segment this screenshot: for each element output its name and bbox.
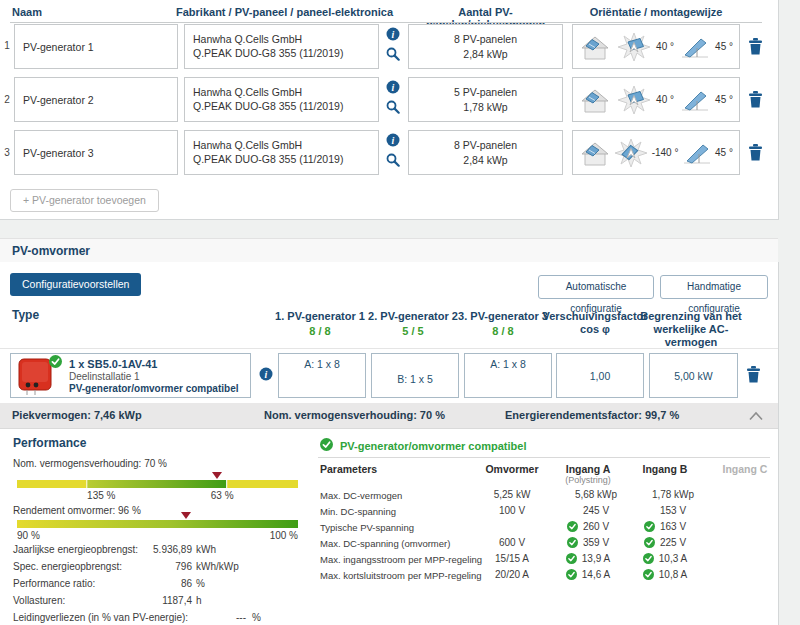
collapse-chevron-icon[interactable]: [748, 411, 764, 421]
stat-value: 5.936,89: [118, 544, 192, 555]
inverter-model: 1 x SB5.0-1AV-41: [69, 358, 239, 371]
col-header-fabrikant: Fabrikant / PV-paneel / paneel-elektroni…: [176, 6, 393, 18]
azimuth-value: -140 °: [652, 147, 679, 158]
panel-model: Q.PEAK DUO-G8 355 (11/2019): [193, 152, 378, 166]
search-icon[interactable]: [386, 153, 400, 167]
gen-column-ratio: 8 / 8: [453, 325, 553, 338]
tilt-panel-icon: [680, 88, 710, 112]
generator-name-field[interactable]: PV-generator 2: [14, 77, 178, 122]
string-assignment-box[interactable]: A: 1 x 8: [278, 353, 366, 398]
roof-house-icon: [579, 139, 611, 167]
search-icon[interactable]: [386, 100, 400, 114]
pv-inverter-section-header[interactable]: PV-omvormer: [0, 238, 778, 263]
type-column-label: Type: [12, 308, 39, 322]
ingang-a-value: 14,6 A: [582, 569, 610, 580]
panel-select-field[interactable]: Hanwha Q.Cells GmbH Q.PEAK DUO-G8 355 (1…: [184, 130, 379, 175]
cos-phi-box[interactable]: 1,00: [556, 353, 644, 398]
panel-select-field[interactable]: Hanwha Q.Cells GmbH Q.PEAK DUO-G8 355 (1…: [184, 24, 379, 69]
row-index: 3: [2, 147, 12, 158]
add-generator-button[interactable]: + PV-generator toevoegen: [10, 189, 159, 212]
tilt-value: 45 °: [715, 94, 733, 105]
bar-tick: 63 %: [211, 490, 234, 501]
compass-orientation-icon: [614, 138, 648, 168]
panel-peak-power: 1,78 kWp: [409, 100, 562, 115]
configuration-proposals-button[interactable]: Configuratievoorstellen: [10, 273, 141, 296]
ac-limit-box[interactable]: 5,00 kW: [649, 353, 738, 398]
ok-check-icon: [567, 521, 578, 532]
delete-generator-icon[interactable]: [748, 38, 763, 55]
manual-configuration-button[interactable]: Handmatige configuratie: [660, 275, 768, 299]
ok-check-icon: [566, 569, 577, 580]
param-label: Max. ingangsstroom per MPP-regeling: [320, 554, 482, 565]
compat-divider: [318, 457, 770, 458]
delete-generator-icon[interactable]: [748, 144, 763, 161]
panel-manufacturer: Hanwha Q.Cells GmbH: [193, 85, 378, 99]
inverter-select-box[interactable]: 1 x SB5.0-1AV-41 Deelinstallatie 1 PV-ge…: [10, 353, 251, 398]
tilt-value: 45 °: [715, 41, 733, 52]
stat-value: 1187,4: [118, 595, 192, 606]
ingang-b-value: 10,3 A: [659, 553, 687, 564]
ok-check-icon: [643, 569, 654, 580]
sunny-design-page: Naam Fabrikant / PV-paneel / paneel-elek…: [0, 0, 800, 625]
automatic-configuration-button[interactable]: Automatische configuratie: [538, 275, 654, 299]
ingang-a-value: 5,68 kWp: [575, 489, 617, 500]
string-assignment-box[interactable]: B: 1 x 5: [371, 353, 459, 398]
panel-peak-power: 2,84 kWp: [409, 47, 562, 62]
info-icon[interactable]: i: [386, 133, 400, 147]
gen-column-ratio: 5 / 5: [363, 325, 463, 338]
gen-column-title: 3. PV-generator 3: [453, 310, 553, 323]
stat-unit: %: [196, 578, 205, 589]
panel-count-field[interactable]: 8 PV-panelen 2,84 kWp: [408, 130, 563, 175]
svg-text:i: i: [392, 82, 395, 93]
stat-row: Vollasturen: 1187,4 h: [0, 595, 310, 613]
stat-value: 86: [118, 578, 192, 589]
row-index: 1: [2, 40, 12, 51]
info-icon[interactable]: i: [259, 367, 273, 381]
panel-count: 8 PV-panelen: [409, 32, 562, 47]
compat-header-ingang-c: Ingang C: [700, 463, 790, 475]
panel-select-field[interactable]: Hanwha Q.Cells GmbH Q.PEAK DUO-G8 355 (1…: [184, 77, 379, 122]
orientation-field[interactable]: 40 ° 45 °: [572, 77, 740, 122]
compatible-check-icon: [320, 438, 333, 451]
gen-column-title: 1. PV-generator 1: [270, 310, 370, 323]
panel-model: Q.PEAK DUO-G8 355 (11/2019): [193, 46, 378, 60]
inverter-ok-check-icon: [49, 355, 62, 368]
inverter-efficiency-bar: 90 % 100 %: [17, 520, 298, 528]
svg-text:i: i: [392, 29, 395, 40]
stat-label: Performance ratio:: [13, 578, 95, 589]
tilt-panel-icon: [682, 141, 712, 165]
search-icon[interactable]: [386, 47, 400, 61]
gen-column-ratio: 8 / 8: [270, 325, 370, 338]
panel-manufacturer: Hanwha Q.Cells GmbH: [193, 138, 378, 152]
gen-column-header: 1. PV-generator 1 8 / 8: [270, 310, 370, 338]
orientation-field[interactable]: -140 ° 45 °: [572, 130, 740, 175]
bar-tick: 100 %: [270, 530, 298, 541]
panel-count-field[interactable]: 5 PV-panelen 1,78 kWp: [408, 77, 563, 122]
param-label: Max. DC-spanning (omvormer): [320, 538, 450, 549]
orientation-field[interactable]: 40 ° 45 °: [572, 24, 740, 69]
bar-marker: [181, 512, 191, 519]
stat-unit: kWh: [196, 544, 216, 555]
panel-count: 8 PV-panelen: [409, 138, 562, 153]
compatibility-title: PV-generator/omvormer compatibel: [340, 440, 526, 452]
compass-orientation-icon: [617, 85, 651, 115]
delete-generator-icon[interactable]: [748, 91, 763, 108]
info-icon[interactable]: i: [386, 27, 400, 41]
string-assignment-value: A: 1 x 8: [465, 358, 551, 370]
info-icon[interactable]: i: [386, 80, 400, 94]
generator-name-field[interactable]: PV-generator 3: [14, 130, 178, 175]
pv-generator-table-card: Naam Fabrikant / PV-paneel / paneel-elek…: [0, 0, 779, 220]
stat-row: Performance ratio: 86 %: [0, 578, 310, 596]
col-header-orientatie: Oriëntatie / montagewijze: [572, 6, 740, 18]
summary-bar: Piekvermogen: 7,46 kWp Nom. vermogensver…: [0, 403, 778, 429]
string-assignment-box[interactable]: A: 1 x 8: [464, 353, 552, 398]
delete-inverter-icon[interactable]: [746, 366, 761, 383]
ingang-a-value: 245 V: [583, 505, 609, 516]
svg-text:i: i: [392, 135, 395, 146]
stat-value: ---: [196, 612, 246, 623]
generator-name-text: PV-generator 3: [15, 131, 177, 174]
stat-unit: kWh/kWp: [196, 561, 239, 572]
generator-name-field[interactable]: PV-generator 1: [14, 24, 178, 69]
panel-count-field[interactable]: 8 PV-panelen 2,84 kWp: [408, 24, 563, 69]
param-label: Max. DC-vermogen: [320, 490, 402, 501]
